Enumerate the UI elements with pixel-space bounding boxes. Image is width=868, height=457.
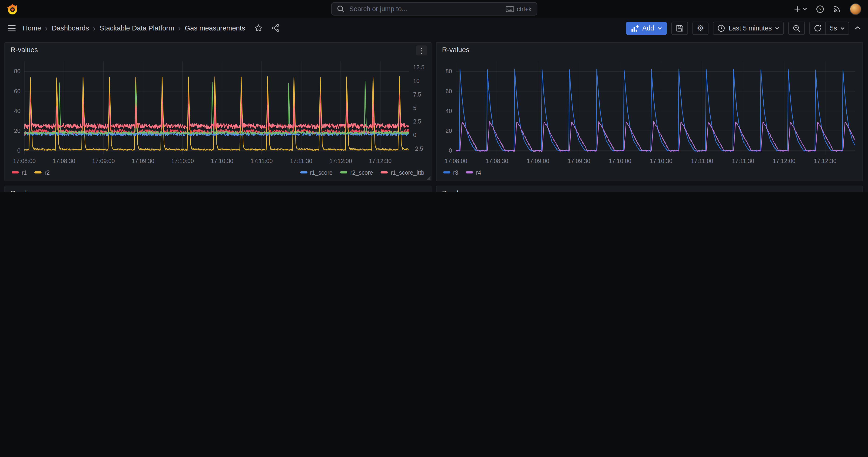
legend-item-r1_score_lttb[interactable]: r1_score_lttb: [381, 169, 425, 176]
panel-header[interactable]: R-values: [5, 42, 431, 57]
save-dashboard-button[interactable]: [671, 21, 688, 35]
dashboard-toolbar: Home › Dashboards › Stackable Data Platf…: [0, 18, 868, 38]
news-button[interactable]: [833, 5, 841, 12]
y-tick-label: 40: [14, 108, 21, 114]
legend-swatch: [300, 172, 307, 173]
toolbar-right: Add ⚙ Last 5 minute: [626, 21, 862, 35]
legend-item-r1_score[interactable]: r1_score: [300, 169, 333, 176]
legend-label: r1_score: [310, 169, 333, 176]
shortcut-text: ctrl+k: [517, 6, 531, 12]
x-tick-label: 17:11:30: [290, 158, 312, 164]
search-input[interactable]: [348, 4, 502, 13]
svg-text:?: ?: [819, 6, 821, 12]
y-right-tick-label: 5: [413, 105, 416, 111]
legend-swatch: [11, 172, 19, 173]
add-button-label: Add: [642, 24, 654, 32]
refresh-button[interactable]: [809, 21, 826, 35]
star-icon: [254, 24, 262, 32]
legend-swatch: [466, 172, 473, 173]
time-series-chart[interactable]: 17:08:0017:08:3017:09:0017:09:3017:10:00…: [439, 57, 860, 165]
question-circle-icon: ?: [816, 5, 824, 13]
breadcrumb-separator: ›: [178, 24, 181, 32]
panel-resize-handle[interactable]: [427, 176, 431, 180]
panel-title: R-values: [10, 46, 38, 54]
rss-icon: [833, 5, 841, 12]
dashboard-quick-actions: [253, 24, 281, 32]
zoom-out-button[interactable]: [788, 21, 805, 35]
series-r2: [24, 77, 409, 150]
grafana-logo[interactable]: [7, 3, 18, 14]
dashboard-settings-button[interactable]: ⚙: [692, 21, 709, 35]
favorite-star-button[interactable]: [253, 24, 264, 32]
y-tick-label: 0: [17, 147, 21, 154]
panel-title: R-values: [442, 46, 470, 54]
panel-header[interactable]: R-values: [437, 186, 862, 192]
chevron-down-icon: [840, 26, 845, 30]
chevron-down-icon: [657, 26, 662, 30]
panel-header[interactable]: R-values: [437, 42, 862, 57]
chart-add-icon: [631, 24, 639, 32]
topbar: ctrl+k ?: [0, 0, 868, 18]
legend-group-left: r3r4: [443, 169, 481, 176]
legend-item-r4[interactable]: r4: [466, 169, 481, 176]
breadcrumb-dashboards[interactable]: Dashboards: [52, 24, 89, 32]
share-button[interactable]: [270, 24, 281, 32]
legend-item-r2[interactable]: r2: [35, 169, 50, 176]
series-r4: [456, 121, 855, 151]
collapse-toolbar-button[interactable]: [854, 26, 862, 30]
x-tick-label: 17:12:00: [330, 158, 352, 164]
y-tick-label: 40: [445, 108, 452, 114]
legend-item-r2_score[interactable]: r2_score: [340, 169, 373, 176]
legend-item-r1[interactable]: r1: [11, 169, 27, 176]
x-tick-label: 17:08:00: [13, 158, 36, 164]
y-tick-label: 20: [14, 127, 21, 134]
search-box[interactable]: ctrl+k: [331, 2, 537, 16]
chevron-up-icon: [855, 26, 861, 30]
panel-r-values-3: R-values17:08:0017:08:3017:09:0017:09:30…: [4, 186, 431, 192]
mega-menu-toggle[interactable]: [6, 25, 17, 31]
panel-r-values-4: R-values17:08:0017:08:3017:09:0017:09:30…: [436, 186, 863, 192]
y-tick-label: 20: [445, 127, 452, 134]
x-tick-label: 17:09:30: [568, 158, 590, 164]
panel-r-values-1: R-values⋮17:08:0017:08:3017:09:0017:09:3…: [4, 42, 431, 181]
legend-label: r2: [44, 169, 50, 176]
time-series-chart[interactable]: 17:08:0017:08:3017:09:0017:09:3017:10:00…: [7, 57, 429, 165]
panel-r-values-2: R-values17:08:0017:08:3017:09:0017:09:30…: [436, 42, 863, 181]
breadcrumb-separator: ›: [93, 24, 96, 32]
y-tick-label: 60: [14, 88, 21, 94]
y-right-tick-label: 10: [413, 78, 420, 84]
y-right-tick-label: 7.5: [413, 91, 421, 98]
legend-label: r4: [476, 169, 481, 176]
panel-menu-icon[interactable]: ⋮: [416, 45, 427, 55]
y-tick-label: 0: [449, 147, 452, 154]
panel-title: R-values: [442, 189, 470, 192]
x-tick-label: 17:10:30: [650, 158, 672, 164]
x-tick-label: 17:09:30: [131, 158, 154, 164]
y-right-tick-label: -2.5: [413, 145, 423, 152]
y-right-tick-label: 2.5: [413, 118, 421, 125]
share-icon: [271, 24, 280, 32]
dashboard-grid: R-values⋮17:08:0017:08:3017:09:0017:09:3…: [0, 38, 868, 192]
chart-area: 17:08:0017:08:3017:09:0017:09:3017:10:00…: [7, 57, 429, 165]
add-panel-button[interactable]: Add: [626, 21, 667, 35]
y-tick-label: 80: [14, 68, 21, 74]
breadcrumb-separator: ›: [45, 24, 48, 32]
new-menu-button[interactable]: [794, 5, 807, 12]
x-tick-label: 17:10:30: [211, 158, 234, 164]
help-button[interactable]: ?: [816, 5, 824, 13]
breadcrumb-folder[interactable]: Stackable Data Platform: [99, 24, 174, 32]
legend-item-r3[interactable]: r3: [443, 169, 458, 176]
legend-label: r3: [453, 169, 458, 176]
legend-label: r1_score_lttb: [391, 169, 425, 176]
time-range-picker[interactable]: Last 5 minutes: [713, 21, 784, 35]
refresh-interval-picker[interactable]: 5s: [826, 21, 849, 35]
user-avatar[interactable]: [849, 3, 861, 14]
legend-label: r2_score: [350, 169, 373, 176]
legend-swatch: [381, 172, 388, 173]
legend-label: r1: [22, 169, 27, 176]
zoom-out-icon: [793, 24, 801, 32]
x-tick-label: 17:12:00: [773, 158, 796, 164]
panel-header[interactable]: R-values: [5, 186, 431, 192]
x-tick-label: 17:10:00: [171, 158, 194, 164]
breadcrumb-home[interactable]: Home: [23, 24, 41, 32]
